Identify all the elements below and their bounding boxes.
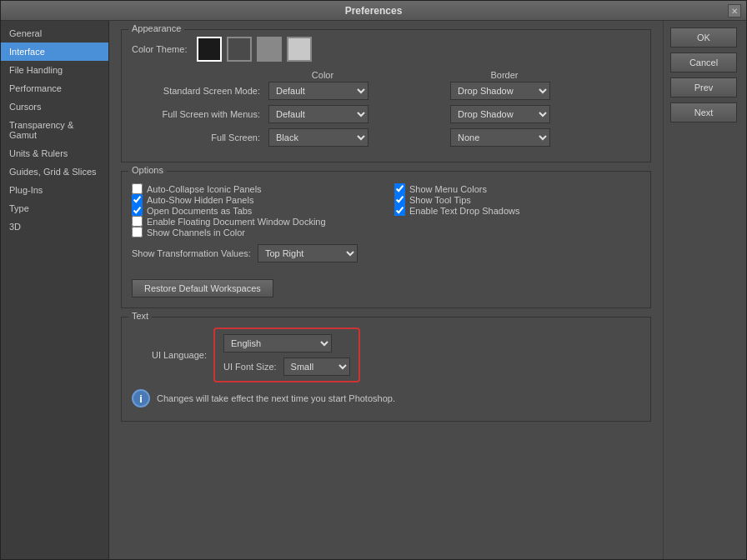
border-column-header: Border <box>450 70 559 80</box>
open-tabs-checkbox[interactable] <box>132 205 143 216</box>
full-screen-menus-border-select[interactable]: Drop Shadow None Line <box>450 105 550 123</box>
standard-screen-row: Standard Screen Mode: Default Drop Shado… <box>132 82 640 100</box>
sidebar-item-file-handling[interactable]: File Handling <box>1 61 108 79</box>
swatch-darkgray[interactable] <box>227 37 252 62</box>
text-section: Text UI Language: English French German … <box>121 317 651 422</box>
preferences-dialog: Preferences ✕ General Interface File Han… <box>0 0 747 560</box>
full-screen-row: Full Screen: Black Default White None Dr… <box>132 128 640 147</box>
swatch-medgray[interactable] <box>257 37 282 62</box>
next-button[interactable]: Next <box>670 102 737 122</box>
text-section-inner: UI Language: English French German Japan… <box>132 324 640 411</box>
show-menu-colors-checkbox[interactable] <box>394 183 405 194</box>
buttons-panel: OK Cancel Prev Next <box>663 21 746 559</box>
auto-show-label: Auto-Show Hidden Panels <box>147 195 253 205</box>
sidebar: General Interface File Handling Performa… <box>1 21 109 559</box>
show-channels-checkbox[interactable] <box>132 227 143 238</box>
highlighted-controls: English French German Japanese <box>223 334 350 352</box>
checkbox-auto-collapse: Auto-Collapse Iconic Panels <box>132 183 378 194</box>
sidebar-item-guides-grid-slices[interactable]: Guides, Grid & Slices <box>1 162 108 181</box>
color-column-header: Color <box>268 70 377 80</box>
full-screen-label: Full Screen: <box>132 132 265 142</box>
transform-select[interactable]: Top Right Bottom Right Top Left Bottom L… <box>258 244 358 262</box>
checkbox-enable-text-drop: Enable Text Drop Shadows <box>394 205 640 216</box>
show-tool-tips-checkbox[interactable] <box>394 194 405 205</box>
text-section-label: Text <box>128 311 152 321</box>
cancel-button[interactable]: Cancel <box>670 52 737 72</box>
sidebar-item-type[interactable]: Type <box>1 199 108 218</box>
floating-doc-checkbox[interactable] <box>132 216 143 227</box>
dialog-title: Preferences <box>345 5 403 17</box>
highlight-box: English French German Japanese UI Font S… <box>213 328 360 382</box>
checkbox-auto-show: Auto-Show Hidden Panels <box>132 194 378 205</box>
checkbox-show-channels: Show Channels in Color <box>132 227 378 238</box>
dialog-body: General Interface File Handling Performa… <box>1 21 746 559</box>
restore-btn-container: Restore Default Workspaces <box>132 271 640 298</box>
transform-label: Show Transformation Values: <box>132 248 251 258</box>
options-grid: Auto-Collapse Iconic Panels Auto-Show Hi… <box>132 183 640 238</box>
appearance-section: Appearance Color Theme: Color Border <box>121 29 651 162</box>
color-theme-row: Color Theme: <box>132 37 640 62</box>
auto-collapse-checkbox[interactable] <box>132 183 143 194</box>
full-screen-menus-color-select[interactable]: Default <box>268 105 368 123</box>
standard-screen-label: Standard Screen Mode: <box>132 86 265 96</box>
info-message: Changes will take effect the next time y… <box>157 393 395 403</box>
sidebar-item-general[interactable]: General <box>1 24 108 42</box>
sidebar-item-3d[interactable]: 3D <box>1 218 108 236</box>
sidebar-item-interface[interactable]: Interface <box>1 42 108 61</box>
open-tabs-label: Open Documents as Tabs <box>147 206 252 216</box>
checkbox-floating-doc: Enable Floating Document Window Docking <box>132 216 378 227</box>
title-bar: Preferences ✕ <box>1 1 746 21</box>
show-channels-label: Show Channels in Color <box>147 228 245 238</box>
restore-default-workspaces-button[interactable]: Restore Default Workspaces <box>132 279 273 298</box>
sidebar-item-cursors[interactable]: Cursors <box>1 98 108 116</box>
font-size-row-inner: UI Font Size: Small Medium Large <box>223 358 350 376</box>
ok-button[interactable]: OK <box>670 28 737 48</box>
checkbox-show-menu-colors: Show Menu Colors <box>394 183 640 194</box>
prev-button[interactable]: Prev <box>670 78 737 98</box>
ui-font-size-label: UI Font Size: <box>223 362 277 372</box>
options-label: Options <box>128 165 167 175</box>
full-screen-color-select[interactable]: Black Default White <box>268 128 368 147</box>
swatch-black[interactable] <box>197 37 222 62</box>
enable-text-drop-label: Enable Text Drop Shadows <box>409 206 520 216</box>
info-row: i Changes will take effect the next time… <box>132 389 640 408</box>
full-screen-menus-label: Full Screen with Menus: <box>132 109 265 119</box>
appearance-label: Appearance <box>128 23 184 33</box>
grid-header: Color Border <box>132 70 640 80</box>
ui-language-row: UI Language: English French German Japan… <box>132 328 640 382</box>
transform-row: Show Transformation Values: Top Right Bo… <box>132 244 640 262</box>
main-content: Appearance Color Theme: Color Border <box>109 21 663 559</box>
options-right-col: Show Menu Colors Show Tool Tips Enable T… <box>394 183 640 238</box>
enable-text-drop-checkbox[interactable] <box>394 205 405 216</box>
sidebar-item-transparency-gamut[interactable]: Transparency & Gamut <box>1 116 108 144</box>
options-left-col: Auto-Collapse Iconic Panels Auto-Show Hi… <box>132 183 378 238</box>
auto-collapse-label: Auto-Collapse Iconic Panels <box>147 184 262 194</box>
standard-screen-color-select[interactable]: Default <box>268 82 368 100</box>
full-screen-border-select[interactable]: None Drop Shadow Line <box>450 128 550 147</box>
floating-doc-label: Enable Floating Document Window Docking <box>147 217 326 227</box>
checkbox-open-tabs: Open Documents as Tabs <box>132 205 378 216</box>
standard-screen-border-select[interactable]: Drop Shadow None Line <box>450 82 550 100</box>
sidebar-item-units-rulers[interactable]: Units & Rulers <box>1 144 108 162</box>
color-theme-label: Color Theme: <box>132 44 187 54</box>
swatch-lightgray[interactable] <box>287 37 312 62</box>
info-icon: i <box>132 389 150 408</box>
show-tool-tips-label: Show Tool Tips <box>409 195 471 205</box>
options-section: Options Auto-Collapse Iconic Panels Auto… <box>121 171 651 308</box>
show-menu-colors-label: Show Menu Colors <box>409 184 487 194</box>
close-button[interactable]: ✕ <box>728 4 741 18</box>
auto-show-checkbox[interactable] <box>132 194 143 205</box>
checkbox-show-tool-tips: Show Tool Tips <box>394 194 640 205</box>
ui-language-label: UI Language: <box>132 350 207 360</box>
sidebar-item-performance[interactable]: Performance <box>1 79 108 98</box>
ui-language-select[interactable]: English French German Japanese <box>223 334 332 352</box>
sidebar-item-plug-ins[interactable]: Plug-Ins <box>1 181 108 199</box>
full-screen-menus-row: Full Screen with Menus: Default Drop Sha… <box>132 105 640 123</box>
ui-font-size-select[interactable]: Small Medium Large <box>283 358 350 376</box>
